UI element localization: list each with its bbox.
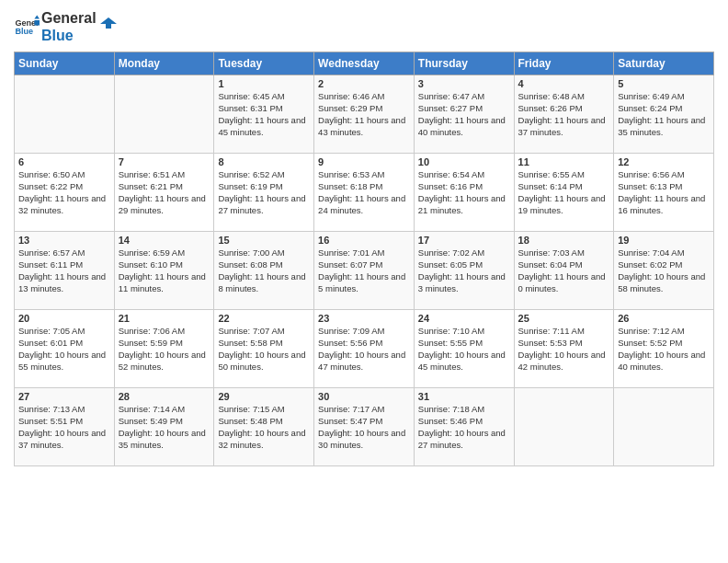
cell-info: Daylight: 11 hours and 24 minutes. — [318, 193, 410, 217]
calendar-cell: 12Sunrise: 6:56 AMSunset: 6:13 PMDayligh… — [614, 154, 714, 232]
cell-info: Sunset: 6:04 PM — [518, 259, 610, 271]
calendar-cell: 1Sunrise: 6:45 AMSunset: 6:31 PMDaylight… — [214, 75, 314, 154]
day-number: 7 — [119, 156, 210, 167]
header-row: SundayMondayTuesdayWednesdayThursdayFrid… — [15, 52, 714, 75]
cell-info: Daylight: 11 hours and 27 minutes. — [218, 193, 310, 217]
calendar-cell — [514, 388, 614, 466]
calendar-cell: 16Sunrise: 7:01 AMSunset: 6:07 PMDayligh… — [314, 232, 415, 310]
cell-info: Sunrise: 7:00 AM — [218, 247, 310, 259]
cell-info: Sunset: 5:46 PM — [418, 416, 510, 428]
calendar-cell: 21Sunrise: 7:06 AMSunset: 5:59 PMDayligh… — [114, 310, 214, 388]
calendar-cell: 28Sunrise: 7:14 AMSunset: 5:49 PMDayligh… — [114, 388, 214, 466]
cell-info: Sunset: 6:29 PM — [318, 103, 410, 115]
cell-info: Sunrise: 6:57 AM — [18, 247, 110, 259]
cell-info: Daylight: 11 hours and 40 minutes. — [418, 115, 510, 139]
calendar-cell: 10Sunrise: 6:54 AMSunset: 6:16 PMDayligh… — [414, 154, 514, 232]
day-number: 14 — [119, 235, 210, 246]
calendar-cell — [15, 75, 115, 154]
cell-info: Sunset: 5:48 PM — [218, 416, 310, 428]
cell-info: Daylight: 11 hours and 37 minutes. — [518, 115, 610, 139]
cell-info: Sunset: 6:26 PM — [518, 103, 610, 115]
calendar-cell: 9Sunrise: 6:53 AMSunset: 6:18 PMDaylight… — [314, 154, 415, 232]
cell-info: Sunset: 6:22 PM — [18, 181, 110, 193]
cell-info: Daylight: 10 hours and 32 minutes. — [218, 428, 310, 452]
cell-info: Sunset: 6:18 PM — [318, 181, 410, 193]
day-number: 29 — [218, 391, 310, 402]
cell-info: Daylight: 10 hours and 50 minutes. — [218, 350, 310, 373]
cell-info: Sunrise: 6:56 AM — [618, 169, 710, 181]
cell-info: Sunrise: 6:49 AM — [618, 91, 710, 103]
calendar-cell: 8Sunrise: 6:52 AMSunset: 6:19 PMDaylight… — [214, 154, 314, 232]
day-number: 6 — [18, 156, 110, 167]
cell-info: Daylight: 11 hours and 45 minutes. — [218, 115, 310, 139]
cell-info: Sunrise: 7:06 AM — [119, 326, 210, 338]
cell-info: Sunrise: 6:45 AM — [218, 91, 310, 103]
cell-info: Sunrise: 6:54 AM — [418, 169, 510, 181]
calendar-cell: 23Sunrise: 7:09 AMSunset: 5:56 PMDayligh… — [314, 310, 415, 388]
header-day-thursday: Thursday — [414, 52, 514, 75]
day-number: 21 — [119, 313, 210, 324]
day-number: 26 — [618, 313, 710, 324]
cell-info: Daylight: 11 hours and 21 minutes. — [418, 193, 510, 217]
logo-bird-icon — [100, 16, 117, 32]
day-number: 3 — [418, 78, 510, 89]
cell-info: Daylight: 10 hours and 42 minutes. — [518, 350, 610, 373]
cell-info: Sunset: 5:52 PM — [618, 338, 710, 350]
logo-general-text: General — [41, 9, 97, 27]
cell-info: Sunset: 6:10 PM — [119, 259, 210, 271]
calendar-cell — [614, 388, 714, 466]
day-number: 12 — [618, 156, 710, 167]
header-day-tuesday: Tuesday — [214, 52, 314, 75]
cell-info: Sunrise: 7:15 AM — [218, 404, 310, 416]
week-row-3: 13Sunrise: 6:57 AMSunset: 6:11 PMDayligh… — [15, 232, 714, 310]
cell-info: Sunset: 5:55 PM — [418, 338, 510, 350]
day-number: 8 — [218, 156, 310, 167]
calendar-cell: 15Sunrise: 7:00 AMSunset: 6:08 PMDayligh… — [214, 232, 314, 310]
header-day-friday: Friday — [514, 52, 614, 75]
cell-info: Daylight: 10 hours and 37 minutes. — [18, 428, 110, 452]
cell-info: Sunrise: 7:18 AM — [418, 404, 510, 416]
calendar-cell: 14Sunrise: 6:59 AMSunset: 6:10 PMDayligh… — [114, 232, 214, 310]
cell-info: Sunrise: 6:52 AM — [218, 169, 310, 181]
calendar-cell: 20Sunrise: 7:05 AMSunset: 6:01 PMDayligh… — [15, 310, 115, 388]
cell-info: Sunrise: 6:48 AM — [518, 91, 610, 103]
cell-info: Daylight: 10 hours and 45 minutes. — [418, 350, 510, 373]
cell-info: Sunrise: 6:59 AM — [119, 247, 210, 259]
cell-info: Sunset: 6:27 PM — [418, 103, 510, 115]
calendar-cell: 25Sunrise: 7:11 AMSunset: 5:53 PMDayligh… — [514, 310, 614, 388]
cell-info: Daylight: 10 hours and 30 minutes. — [318, 428, 410, 452]
day-number: 23 — [318, 313, 410, 324]
svg-text:Blue: Blue — [15, 28, 33, 37]
cell-info: Sunrise: 6:46 AM — [318, 91, 410, 103]
cell-info: Sunset: 5:47 PM — [318, 416, 410, 428]
day-number: 16 — [318, 235, 410, 246]
cell-info: Sunrise: 7:13 AM — [18, 404, 110, 416]
calendar-cell: 5Sunrise: 6:49 AMSunset: 6:24 PMDaylight… — [614, 75, 714, 154]
cell-info: Sunset: 6:07 PM — [318, 259, 410, 271]
cell-info: Sunrise: 7:01 AM — [318, 247, 410, 259]
cell-info: Sunset: 6:24 PM — [618, 103, 710, 115]
cell-info: Sunset: 6:13 PM — [618, 181, 710, 193]
day-number: 4 — [518, 78, 610, 89]
logo-icon: General Blue — [14, 14, 40, 40]
cell-info: Daylight: 10 hours and 52 minutes. — [119, 350, 210, 373]
cell-info: Sunrise: 7:12 AM — [618, 326, 710, 338]
day-number: 10 — [418, 156, 510, 167]
calendar-cell: 11Sunrise: 6:55 AMSunset: 6:14 PMDayligh… — [514, 154, 614, 232]
cell-info: Daylight: 10 hours and 55 minutes. — [18, 350, 110, 373]
cell-info: Sunrise: 6:53 AM — [318, 169, 410, 181]
cell-info: Sunrise: 6:51 AM — [119, 169, 210, 181]
header-day-monday: Monday — [114, 52, 214, 75]
cell-info: Daylight: 11 hours and 43 minutes. — [318, 115, 410, 139]
day-number: 31 — [418, 391, 510, 402]
calendar-cell: 18Sunrise: 7:03 AMSunset: 6:04 PMDayligh… — [514, 232, 614, 310]
cell-info: Sunrise: 6:55 AM — [518, 169, 610, 181]
cell-info: Daylight: 11 hours and 5 minutes. — [318, 271, 410, 295]
day-number: 1 — [218, 78, 310, 89]
cell-info: Daylight: 11 hours and 3 minutes. — [418, 271, 510, 295]
cell-info: Sunrise: 7:04 AM — [618, 247, 710, 259]
header-day-wednesday: Wednesday — [314, 52, 415, 75]
calendar-cell: 19Sunrise: 7:04 AMSunset: 6:02 PMDayligh… — [614, 232, 714, 310]
cell-info: Daylight: 11 hours and 11 minutes. — [119, 271, 210, 295]
cell-info: Daylight: 11 hours and 8 minutes. — [218, 271, 310, 295]
